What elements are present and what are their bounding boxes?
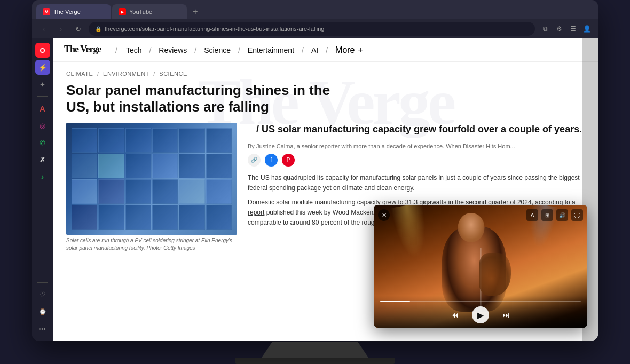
verge-favicon: V [43, 8, 50, 15]
image-caption: Solar cells are run through a PV cell so… [66, 237, 237, 252]
panel-cell [72, 128, 97, 153]
monitor-base [235, 358, 395, 364]
panel-cell [125, 205, 151, 230]
lightning-icon[interactable]: ⚡ [35, 60, 50, 75]
panel-cell [72, 205, 97, 230]
nav-ai[interactable]: AI [311, 46, 318, 54]
profile-icon[interactable]: 👤 [581, 23, 593, 35]
menu-icon[interactable]: ☰ [567, 23, 579, 35]
favorites-icon[interactable]: ♡ [35, 287, 50, 302]
video-progress-bar[interactable] [380, 301, 581, 302]
panel-cell [72, 154, 97, 178]
tab-youtube[interactable]: ▶ YouTube [112, 4, 187, 19]
svg-text:The Verge: The Verge [64, 44, 102, 54]
verge-logo: The Verge [64, 43, 107, 57]
nav-more-label: More [335, 45, 355, 55]
sidebar-top: O ⚡ ✦ A ◎ ✆ ✗ ♪ [35, 43, 50, 278]
nav-sep-1: / [149, 46, 151, 54]
more-options-icon[interactable]: ••• [35, 321, 50, 336]
nav-separator-main: / [115, 46, 117, 54]
facebook-share-icon[interactable]: f [265, 154, 278, 167]
tab-verge-label: The Verge [53, 9, 81, 15]
site-nav: Tech / Reviews / Science / Entertainment… [126, 45, 363, 55]
refresh-button[interactable]: ↻ [72, 22, 84, 35]
article-quote: / US solar manufacturing capacity grew f… [248, 123, 585, 136]
article-title: Solar panel manufacturing shines in the … [66, 82, 333, 115]
panel-cell [179, 205, 204, 230]
panel-cell [206, 128, 232, 153]
panel-cell [206, 205, 232, 230]
new-tab-button[interactable]: + [188, 4, 203, 19]
breadcrumb: CLIMATE / ENVIRONMENT / SCIENCE [66, 70, 585, 77]
solar-panel-grid [66, 123, 237, 235]
sidebar-bottom: ♡ ⌚ ••• [35, 280, 50, 336]
panel-cell [98, 128, 124, 153]
nav-entertainment[interactable]: Entertainment [248, 46, 294, 54]
breadcrumb-climate[interactable]: CLIMATE [66, 70, 93, 77]
nav-sep-5: / [326, 46, 328, 54]
video-prev-button[interactable]: ⏮ [446, 306, 463, 323]
video-play-button[interactable]: ▶ [472, 306, 489, 323]
video-volume-icon[interactable]: 🔊 [556, 209, 568, 221]
panel-cell [152, 128, 178, 153]
panel-cell [125, 128, 151, 153]
forward-button[interactable]: › [54, 22, 67, 35]
nav-sep-3: / [238, 46, 240, 54]
video-close-icon: ✕ [382, 212, 387, 219]
address-bar[interactable]: 🔒 theverge.com/solar-panel-manufacturing… [89, 22, 535, 36]
settings-icon[interactable]: ⚙ [553, 23, 565, 35]
panel-cell [179, 154, 204, 178]
sidebar-divider-2 [37, 282, 48, 283]
tab-verge[interactable]: V The Verge [36, 4, 111, 19]
whatsapp-icon[interactable]: ✆ [35, 135, 50, 150]
twitter-x-icon[interactable]: ✗ [35, 152, 50, 167]
panel-cell [179, 128, 204, 153]
spotify-icon[interactable]: ♪ [35, 169, 50, 184]
breadcrumb-science[interactable]: SCIENCE [159, 70, 187, 77]
panel-cell [152, 154, 178, 178]
address-text: theverge.com/solar-panel-manufacturing-s… [105, 26, 529, 32]
opera-logo-icon[interactable]: O [35, 43, 50, 58]
back-button[interactable]: ‹ [37, 22, 50, 35]
nav-science[interactable]: Science [204, 46, 231, 54]
video-caption-icon[interactable]: A [526, 209, 538, 221]
panel-cell [98, 179, 124, 204]
nav-reviews[interactable]: Reviews [159, 46, 187, 54]
panel-cell [206, 154, 232, 178]
panel-cell [98, 154, 124, 178]
history-icon[interactable]: ⌚ [35, 304, 50, 319]
youtube-favicon: ▶ [119, 8, 126, 15]
panel-cell [152, 205, 178, 230]
breadcrumb-slash-1: / [97, 70, 99, 77]
nav-bar: ‹ › ↻ 🔒 theverge.com/solar-panel-manufac… [32, 19, 598, 38]
panel-cell [98, 205, 124, 230]
panel-cell [179, 179, 204, 204]
star-icon[interactable]: ✦ [35, 77, 50, 92]
extensions-icon[interactable]: ⧉ [539, 23, 551, 35]
link-share-icon[interactable]: 🔗 [248, 154, 261, 167]
panel-cell [125, 154, 151, 178]
site-header: The Verge / Tech / Reviews / Science / [53, 38, 598, 62]
breadcrumb-environment[interactable]: ENVIRONMENT [103, 70, 149, 77]
article-image-wrap: Solar cells are run through a PV cell so… [66, 123, 237, 252]
nav-tech[interactable]: Tech [126, 46, 142, 54]
nav-more-button[interactable]: More + [335, 45, 363, 55]
video-settings-icon[interactable]: ⊞ [541, 209, 553, 221]
video-player: ✕ A ⊞ 🔊 ⛶ [374, 205, 587, 328]
pinterest-share-icon[interactable]: P [282, 154, 295, 167]
nav-sep-4: / [302, 46, 304, 54]
app-store-icon[interactable]: A [35, 101, 50, 116]
video-close-button[interactable]: ✕ [378, 209, 390, 221]
tab-youtube-label: YouTube [129, 9, 152, 15]
tab-bar: V The Verge ▶ YouTube + [32, 0, 598, 19]
panel-cell [206, 179, 232, 204]
instagram-icon[interactable]: ◎ [35, 118, 50, 133]
browser-content: O ⚡ ✦ A ◎ ✆ ✗ ♪ ♡ ⌚ ••• [32, 38, 598, 341]
panel-cell [72, 179, 97, 204]
video-fullscreen-icon[interactable]: ⛶ [571, 209, 583, 221]
panel-cell [152, 179, 178, 204]
article-paragraph-1: The US has quadrupled its capacity for m… [248, 173, 585, 193]
video-buttons: ⏮ ▶ ⏭ [380, 306, 581, 323]
panel-cell [125, 179, 151, 204]
video-next-button[interactable]: ⏭ [498, 306, 515, 323]
